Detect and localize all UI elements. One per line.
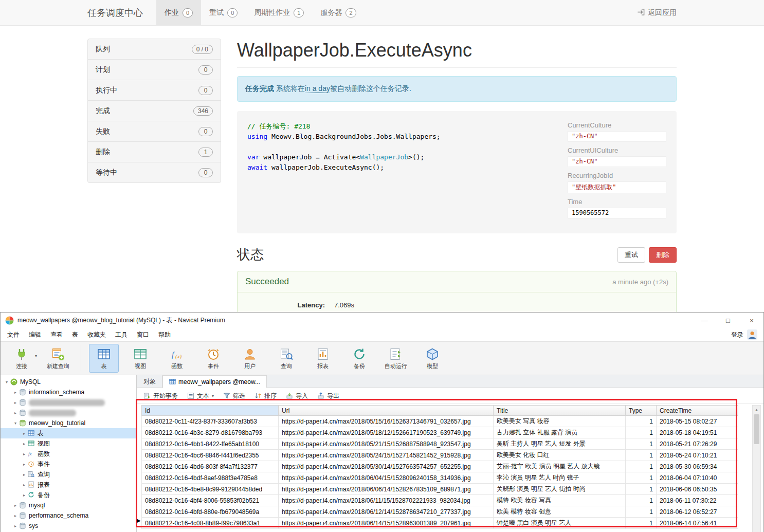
- subtool-3[interactable]: 排序: [250, 390, 281, 402]
- nav-tab-0[interactable]: 作业0: [156, 0, 201, 25]
- cell-id[interactable]: 08d80212-0c16-4bfd-880e-fb679048569a: [142, 506, 279, 518]
- cell-createtime[interactable]: 2018-05-24 07:10:21: [657, 450, 738, 461]
- cell-createtime[interactable]: 2018-06-06 06:50:35: [657, 484, 738, 495]
- cell-title[interactable]: 钟楚曦 黑白 演员 明星 艺人: [494, 518, 626, 529]
- cell-title[interactable]: 欧美美女 化妆 口红: [494, 450, 626, 461]
- tab-1[interactable]: meowv_wallpapers @meow...: [162, 375, 267, 388]
- back-to-app-link[interactable]: 返回应用: [637, 0, 677, 25]
- tree-item-sys[interactable]: ▸sys: [1, 521, 136, 531]
- sidebar-item-4[interactable]: 失败0: [87, 121, 221, 142]
- menu-item-1[interactable]: 编辑: [24, 328, 46, 341]
- cell-url[interactable]: https://d-paper.i4.cn/max/2018/06/11/15/…: [279, 495, 494, 506]
- tab-0[interactable]: 对象: [137, 375, 162, 388]
- sidebar-item-1[interactable]: 计划0: [87, 59, 221, 80]
- nav-tab-2[interactable]: 周期性作业1: [246, 0, 312, 25]
- tree-item-备份[interactable]: ▸备份: [1, 490, 136, 500]
- expand-arrow-icon[interactable]: ▸: [21, 493, 27, 498]
- expand-arrow-icon[interactable]: ▸: [21, 431, 27, 436]
- table-row[interactable]: 08d80212-0c16-4bdf-8aef-988f3e4785e8http…: [142, 472, 738, 484]
- menu-item-5[interactable]: 工具: [111, 328, 132, 341]
- toolbar-item-4[interactable]: f(x)函数: [162, 344, 192, 373]
- cell-type[interactable]: 1: [626, 461, 657, 472]
- expand-arrow-icon[interactable]: ▸: [12, 400, 19, 405]
- cell-id[interactable]: 08d80212-0c11-4f23-837f-333607af3b53: [142, 416, 279, 427]
- cell-type[interactable]: 1: [626, 450, 657, 461]
- col-header-title[interactable]: Title: [494, 406, 626, 416]
- cell-id[interactable]: 08d80212-0c16-4bc6-8846-f441f6ed2355: [142, 450, 279, 461]
- cell-url[interactable]: https://d-paper.i4.cn/max/2018/06/14/15/…: [279, 518, 494, 529]
- cell-title[interactable]: 吴昕 主持人 明星 艺人 短发 外景: [494, 438, 626, 450]
- retry-button[interactable]: 重试: [617, 247, 645, 263]
- table-row[interactable]: 08d80212-0c16-4be8-8c99-912904458dedhttp…: [142, 484, 738, 495]
- menu-item-3[interactable]: 表: [67, 328, 83, 341]
- tree-item-事件[interactable]: ▸事件: [1, 459, 136, 469]
- cell-url[interactable]: https://d-paper.i4.cn/max/2018/05/18/12/…: [279, 427, 494, 438]
- subtool-5[interactable]: 导出: [313, 390, 343, 402]
- cell-id[interactable]: 08d80212-0c16-4bd6-803f-8f4a7f132377: [142, 461, 279, 472]
- sidebar-item-2[interactable]: 执行中0: [87, 80, 221, 101]
- cell-id[interactable]: 08d80212-0c16-4c08-8b89-f99c798633a1: [142, 518, 279, 529]
- toolbar-item-5[interactable]: 事件: [198, 344, 228, 373]
- tree-item-MySQL[interactable]: ▾MySQL: [1, 377, 136, 387]
- cell-type[interactable]: 1: [626, 518, 657, 529]
- cell-id[interactable]: 08d80212-0c16-4bdf-8aef-988f3e4785e8: [142, 472, 279, 484]
- expand-arrow-icon[interactable]: ▸: [12, 524, 19, 528]
- table-row[interactable]: 08d80212-0c16-4bb1-8422-ffe65ab18100http…: [142, 438, 738, 450]
- table-row[interactable]: 08d80212-0c16-4bd6-803f-8f4a7f132377http…: [142, 461, 738, 472]
- subtool-1[interactable]: 文本▾: [183, 390, 218, 402]
- col-header-createtime[interactable]: CreateTime: [657, 406, 738, 416]
- menu-item-2[interactable]: 查看: [46, 328, 67, 341]
- minimize-button[interactable]: —: [693, 313, 716, 328]
- delete-button[interactable]: 删除: [649, 247, 677, 263]
- toolbar-item-1[interactable]: 新建查询: [43, 344, 73, 373]
- expand-arrow-icon[interactable]: ▸: [21, 442, 27, 446]
- subtool-4[interactable]: 导入: [282, 390, 312, 402]
- table-row[interactable]: 08d80212-0c11-4f23-837f-333607af3b53http…: [142, 416, 738, 427]
- tree-item-information_schema[interactable]: ▸information_schema: [1, 387, 136, 397]
- nav-tab-1[interactable]: 重试0: [201, 0, 246, 25]
- cell-title[interactable]: 欧美美女 写真 妆容: [494, 416, 626, 427]
- sidebar-item-6[interactable]: 等待中0: [87, 162, 221, 183]
- subtool-0[interactable]: 开始事务: [139, 390, 182, 402]
- cell-createtime[interactable]: 2018-05-21 07:26:29: [657, 438, 738, 450]
- close-button[interactable]: ×: [740, 313, 763, 328]
- tree-item-表[interactable]: ▸表: [1, 428, 136, 438]
- tree-item-redacted-2[interactable]: ▸: [1, 397, 136, 408]
- cell-createtime[interactable]: 2018-06-14 07:56:41: [657, 518, 738, 529]
- toolbar-item-8[interactable]: 报表: [308, 344, 338, 373]
- nav-tab-3[interactable]: 服务器2: [312, 0, 364, 25]
- cell-url[interactable]: https://d-paper.i4.cn/max/2018/05/24/15/…: [279, 450, 494, 461]
- expand-arrow-icon[interactable]: ▸: [12, 513, 19, 518]
- tree-item-redacted-3[interactable]: ▸: [1, 408, 136, 418]
- toolbar-item-7[interactable]: 查询: [271, 344, 301, 373]
- toolbar-item-2[interactable]: 表: [89, 344, 119, 373]
- table-row[interactable]: 08d80212-0c16-4b3c-8279-d816798ba793http…: [142, 427, 738, 438]
- col-header-url[interactable]: Url: [279, 406, 494, 416]
- maximize-button[interactable]: □: [716, 313, 740, 328]
- expand-arrow-icon[interactable]: ▸: [21, 462, 27, 467]
- toolbar-item-6[interactable]: 用户: [235, 344, 265, 373]
- cell-type[interactable]: 1: [626, 484, 657, 495]
- tree-item-meowv_blog_tutorial[interactable]: ▾meowv_blog_tutorial: [1, 418, 136, 428]
- menu-item-4[interactable]: 收藏夹: [83, 328, 111, 341]
- cell-createtime[interactable]: 2018-06-12 06:52:27: [657, 506, 738, 518]
- col-header-id[interactable]: Id: [142, 406, 279, 416]
- scroll-thumb[interactable]: [754, 414, 759, 444]
- toolbar-item-10[interactable]: 自动运行: [381, 344, 411, 373]
- col-header-type[interactable]: Type: [626, 406, 657, 416]
- cell-title[interactable]: 关晓彤 演员 明星 艺人 街拍 时尚: [494, 484, 626, 495]
- navicat-titlebar[interactable]: meowv_wallpapers @meowv_blog_tutorial (M…: [1, 313, 763, 328]
- toolbar-item-9[interactable]: 备份: [344, 344, 374, 373]
- cell-title[interactable]: 欧美 模特 妆容 创意: [494, 506, 626, 518]
- cell-id[interactable]: 08d80212-0c16-4bf4-8006-55853f02b521: [142, 495, 279, 506]
- subtool-2[interactable]: 筛选: [219, 390, 249, 402]
- cell-type[interactable]: 1: [626, 438, 657, 450]
- cell-id[interactable]: 08d80212-0c16-4bb1-8422-ffe65ab18100: [142, 438, 279, 450]
- cell-url[interactable]: https://d-paper.i4.cn/max/2018/05/15/16/…: [279, 416, 494, 427]
- login-button[interactable]: 登录: [731, 329, 763, 340]
- collapse-arrow-icon[interactable]: ▾: [12, 421, 19, 426]
- menu-item-0[interactable]: 文件: [3, 328, 24, 341]
- vertical-scrollbar[interactable]: ▲: [752, 405, 761, 532]
- table-row[interactable]: 08d80212-0c16-4bc6-8846-f441f6ed2355http…: [142, 450, 738, 461]
- cell-type[interactable]: 1: [626, 495, 657, 506]
